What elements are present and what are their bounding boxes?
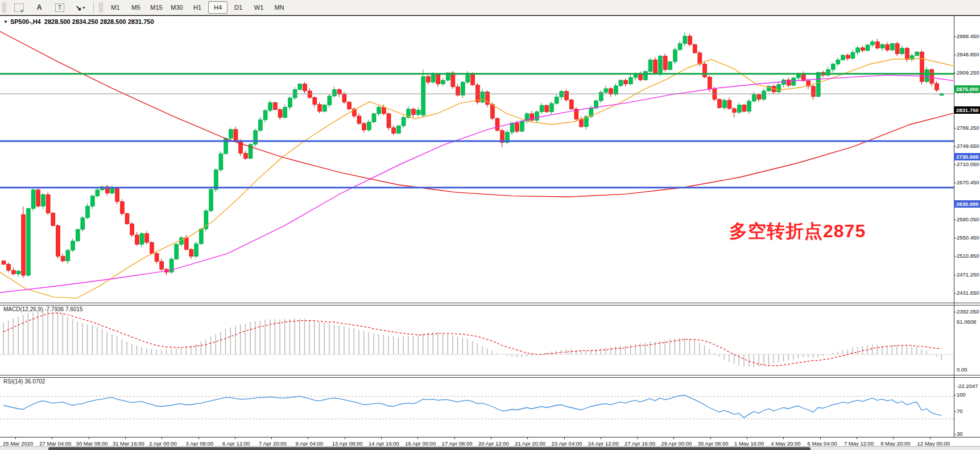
date-tick [52, 437, 52, 439]
date-tick [162, 437, 162, 439]
rsi-axis-label: 30 [957, 431, 980, 437]
date-tick [491, 437, 491, 439]
date-tick [89, 437, 89, 439]
rsi-axis-tick [954, 411, 956, 412]
chart-window[interactable]: ▼SP500-,H4 2828.500 2834.250 2828.500 28… [0, 15, 980, 450]
arrow-objects-icon: ↘ [76, 3, 82, 12]
date-tick [454, 437, 455, 439]
price-axis-tick [954, 55, 956, 55]
price-axis-tick [954, 238, 956, 238]
toolbar-button-text-box-icon[interactable]: T [50, 1, 69, 14]
rsi-line [3, 395, 941, 418]
chart-title-open: 2828.500 [44, 18, 71, 25]
chart-title-symbol: SP500-,H4 [10, 18, 41, 25]
toolbar-button-arrow-objects-icon[interactable]: ↘▾ [71, 1, 90, 14]
toolbar-separator [93, 2, 94, 13]
date-axis-line [0, 437, 980, 437]
date-tick [15, 437, 16, 439]
toolbar-grip [99, 2, 103, 13]
price-badge: 2630.000 [954, 200, 980, 208]
rsi-panel[interactable] [0, 377, 954, 436]
macd-label: MACD(12,26,9) -7.7936 7.6015 [3, 306, 83, 312]
date-tick [125, 437, 126, 439]
price-axis-tick [954, 73, 956, 73]
fibonacci-icon [14, 3, 24, 12]
mt4-window: AT↘▾M1M5M15M30H1H4D1W1MN ▼SP500-,H4 2828… [0, 0, 980, 450]
price-axis-label: 2749.650 [957, 143, 980, 149]
timeframe-button-M1[interactable]: M1 [106, 1, 125, 14]
ma-slow-red [0, 31, 953, 197]
price-axis-label: 2948.850 [957, 51, 980, 57]
chart-title: ▼SP500-,H4 2828.500 2834.250 2828.500 28… [3, 18, 154, 25]
date-tick [235, 437, 235, 439]
toolbar-button-fibonacci-icon[interactable] [9, 1, 28, 14]
price-axis-label: 2392.050 [957, 308, 980, 315]
price-axis-label: 2431.650 [957, 290, 980, 296]
toolbar-button-text-label-icon[interactable]: A [30, 1, 49, 14]
timeframe-button-M30[interactable]: M30 [167, 1, 187, 14]
text-box-icon: T [55, 3, 64, 12]
date-tick [271, 437, 272, 439]
price-badge: 2875.000 [954, 85, 980, 93]
date-tick [417, 437, 418, 439]
chart-title-low: 2828.500 [100, 18, 126, 25]
date-tick [857, 437, 857, 439]
candlestick-chart[interactable] [0, 16, 954, 303]
price-axis-tick [954, 293, 956, 294]
horizontal-scrollbar-thumb[interactable] [48, 447, 811, 450]
price-axis-label: 2909.250 [957, 69, 980, 76]
date-tick [820, 437, 821, 439]
price-axis-label: 2510.850 [957, 253, 980, 259]
date-tick [710, 437, 711, 439]
ma-mid-magenta [0, 75, 953, 292]
price-axis-tick [954, 220, 956, 220]
date-tick [345, 437, 345, 439]
date-tick [199, 437, 199, 439]
price-axis-tick [954, 36, 956, 37]
timeframe-button-W1[interactable]: W1 [249, 1, 268, 14]
rsi-label: RSI(14) 36.0702 [3, 378, 45, 385]
macd-axis-label: -22.2047 [957, 383, 980, 389]
price-axis-label: 2789.250 [957, 125, 980, 131]
date-tick [564, 437, 565, 439]
price-axis-tick [954, 128, 956, 129]
price-badge: 2831.750 [954, 106, 980, 114]
rsi-axis-label: 100 [957, 391, 980, 398]
rsi-axis-tick [954, 395, 956, 395]
horizontal-scrollbar[interactable] [0, 446, 980, 450]
macd-axis-label: 61.0608 [957, 319, 980, 325]
date-tick [601, 437, 601, 439]
price-axis-label: 2590.050 [957, 216, 980, 222]
date-tick [673, 437, 674, 439]
rsi-axis-label: 70 [957, 408, 980, 414]
price-axis-label: 2550.450 [957, 234, 980, 241]
price-axis-line [954, 16, 954, 437]
timeframe-button-M15[interactable]: M15 [147, 1, 166, 14]
timeframe-button-M5[interactable]: M5 [126, 1, 146, 14]
price-axis-label: 2710.050 [957, 161, 980, 167]
date-tick [381, 437, 382, 439]
date-tick [893, 437, 894, 439]
toolbar-grip [2, 2, 6, 13]
timeframe-button-D1[interactable]: D1 [229, 1, 248, 14]
price-axis-tick [954, 275, 956, 275]
macd-panel[interactable] [0, 304, 954, 375]
date-tick [783, 437, 784, 439]
price-axis-tick [954, 183, 956, 183]
timeframe-button-H4[interactable]: H4 [208, 1, 228, 14]
price-badge: 2730.000 [954, 153, 980, 160]
chart-title-close: 2831.750 [128, 18, 154, 25]
price-axis-tick [954, 256, 956, 257]
chart-annotation: 多空转折点2875 [729, 219, 866, 244]
timeframe-button-H1[interactable]: H1 [188, 1, 207, 14]
price-axis-label: 2988.450 [957, 33, 980, 39]
price-axis-label: 2670.450 [957, 179, 980, 185]
timeframe-button-MN[interactable]: MN [270, 1, 289, 14]
macd-signal-line [3, 313, 941, 365]
price-axis-tick [954, 312, 956, 312]
text-label-icon: A [37, 3, 42, 11]
dropdown-caret-icon: ▾ [82, 5, 85, 10]
price-axis-tick [954, 164, 956, 165]
symbol-dropdown-icon[interactable]: ▼ [3, 19, 8, 24]
macd-axis-label: 0.00 [957, 366, 980, 373]
